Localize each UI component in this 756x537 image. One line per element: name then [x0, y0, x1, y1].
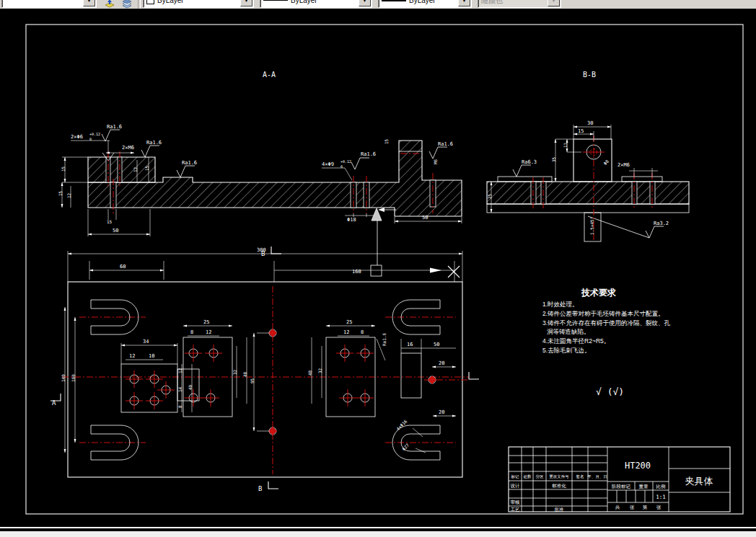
technical-requirements: 技术要求 1.时效处理。 2.铸件公差带对称于毛坯铸件基本尺寸配置。 3.铸件不… [542, 288, 671, 397]
svg-text:4×Φ9: 4×Φ9 [322, 161, 334, 167]
linetype-dropdown[interactable]: ByLayer ▼ [260, 0, 372, 8]
surface-finish-icon [429, 147, 447, 159]
properties-toolbar: ▼ ByLayer ▼ ByLayer ▼ ByLayer ▼ 随颜色 ▼ [0, 0, 756, 9]
svg-text:签名: 签名 [576, 474, 584, 479]
svg-text:60: 60 [120, 264, 126, 270]
layers-icon [121, 0, 133, 9]
linetype-glyph [263, 0, 288, 1]
svg-text:16: 16 [407, 342, 413, 347]
svg-text:8: 8 [361, 329, 364, 335]
model-space-canvas[interactable]: A-A 2×Φ6 +0.12 0 [0, 9, 756, 527]
svg-text:标准化: 标准化 [551, 483, 566, 489]
surface-finish-note: √ (√) [596, 386, 624, 397]
svg-text:140: 140 [61, 374, 66, 382]
pickbox [371, 265, 382, 276]
surface-finish-icon [177, 166, 195, 177]
make-layer-current-icon [104, 0, 115, 9]
svg-text:Ra1.6: Ra1.6 [438, 141, 453, 147]
svg-text:Ra1.6: Ra1.6 [146, 140, 162, 146]
plan-right-cluster: 25 12 8 32 48 Ra1.6 [307, 319, 387, 417]
svg-text:+0.12: +0.12 [89, 132, 100, 136]
svg-text:15: 15 [384, 138, 389, 144]
svg-text:1.时效处理。: 1.时效处理。 [542, 301, 579, 308]
svg-text:25: 25 [346, 319, 352, 325]
section-mark-a-right [469, 372, 479, 379]
title-block: HT200 夹具体 标记 处数 分区 更改文件号 签名 年、月、日 设计 标准化… [509, 447, 730, 512]
color-swatch [146, 0, 154, 4]
drawing-frame [26, 25, 743, 514]
surface-finish-icon [513, 165, 531, 177]
bb-dimensions: 30 15 11 35 25 2×M6 Ra6.3 Ra3.2 1.5×45° … [487, 120, 669, 238]
bb-left-pad [498, 177, 552, 182]
plotstyle-value: 随颜色 [481, 0, 503, 6]
toolbar-separator [138, 0, 141, 9]
crosshair-cursor [448, 266, 460, 278]
linetype-value: ByLayer [291, 0, 317, 4]
plotstyle-dropdown: 随颜色 ▼ [478, 0, 561, 8]
svg-text:12: 12 [66, 192, 71, 198]
svg-text:160: 160 [352, 269, 361, 275]
plan-middle-cluster: 25 8 12 32 48 [183, 319, 247, 417]
svg-text:3.铸件不允许存在有碍于使用的冷隔、裂纹、孔: 3.铸件不允许存在有碍于使用的冷隔、裂纹、孔 [542, 319, 671, 327]
scale-value: 1:1 [656, 494, 666, 500]
section-mark-b-top: B [261, 250, 265, 257]
svg-text:1.5×45°: 1.5×45° [589, 217, 594, 235]
lineweight-glyph [382, 0, 406, 1]
chevron-down-icon[interactable]: ▼ [359, 0, 371, 6]
svg-text:2×Φ6: 2×Φ6 [71, 134, 83, 140]
layer-properties-button[interactable] [118, 0, 136, 9]
svg-text:+0.12: +0.12 [340, 159, 351, 164]
svg-text:4.未注圆角半径R2~R5。: 4.未注圆角半径R2~R5。 [542, 337, 610, 345]
surface-finish-icon [646, 226, 664, 238]
bb-body-section [487, 182, 689, 204]
svg-text:15: 15 [144, 165, 149, 171]
bb-right-pad [622, 177, 662, 182]
tech-req-title: 技术要求 [581, 288, 616, 298]
lineweight-dropdown[interactable]: ByLayer ▼ [378, 0, 472, 8]
plan-left-cluster: 34 12 10 12 14 8 40 [121, 339, 199, 412]
svg-text:12: 12 [206, 329, 211, 335]
svg-text:洞等铸造缺陷。: 洞等铸造缺陷。 [547, 328, 590, 335]
window-divider [0, 527, 756, 528]
svg-text:批准: 批准 [555, 507, 565, 512]
svg-text:11: 11 [563, 142, 568, 148]
svg-text:Φ8: Φ8 [602, 159, 610, 166]
svg-text:12: 12 [177, 368, 183, 373]
svg-text:Φ18: Φ18 [347, 217, 356, 223]
svg-text:Ra1.6: Ra1.6 [382, 333, 387, 346]
section-view-bb: B-B 30 15 [487, 71, 689, 241]
svg-text:95: 95 [250, 378, 255, 383]
aa-section-arrow [372, 208, 396, 265]
make-layer-current-button[interactable] [101, 0, 118, 9]
chevron-down-icon[interactable]: ▼ [458, 0, 470, 6]
svg-text:12: 12 [129, 353, 135, 359]
plan-view: 34 12 10 12 14 8 40 [50, 247, 479, 492]
svg-text:重量: 重量 [639, 484, 649, 489]
svg-text:Ra1.6: Ra1.6 [361, 151, 376, 157]
surface-finish-icon [102, 130, 120, 141]
color-dropdown[interactable]: ByLayer ▼ [143, 0, 254, 8]
svg-text:Ra1.6: Ra1.6 [107, 124, 122, 130]
svg-text:张: 张 [656, 505, 662, 510]
chevron-down-icon[interactable]: ▼ [83, 0, 95, 6]
svg-text:阶段标记: 阶段标记 [612, 484, 631, 489]
svg-text:15: 15 [578, 128, 584, 134]
layer-dropdown[interactable]: ▼ [1, 0, 97, 8]
svg-text:32: 32 [232, 369, 237, 375]
svg-text:工艺: 工艺 [511, 507, 521, 512]
svg-text:Ra3.2: Ra3.2 [654, 221, 669, 226]
svg-text:Ra6.3: Ra6.3 [522, 159, 537, 165]
chevron-down-icon: ▼ [548, 0, 560, 6]
svg-text:M6: M6 [433, 159, 438, 164]
svg-text:2×M6: 2×M6 [617, 162, 630, 168]
chevron-down-icon[interactable]: ▼ [240, 0, 252, 6]
svg-text:共: 共 [615, 505, 620, 510]
plan-u-slots [91, 300, 440, 460]
svg-text:12: 12 [343, 329, 349, 335]
section-view-aa: A-A 2×Φ6 +0.12 0 [58, 71, 462, 265]
section-marks: B B A [50, 247, 479, 492]
svg-text:32: 32 [317, 368, 322, 373]
svg-text:35: 35 [551, 156, 556, 162]
svg-text:10: 10 [149, 353, 154, 359]
svg-text:设计: 设计 [511, 483, 521, 489]
